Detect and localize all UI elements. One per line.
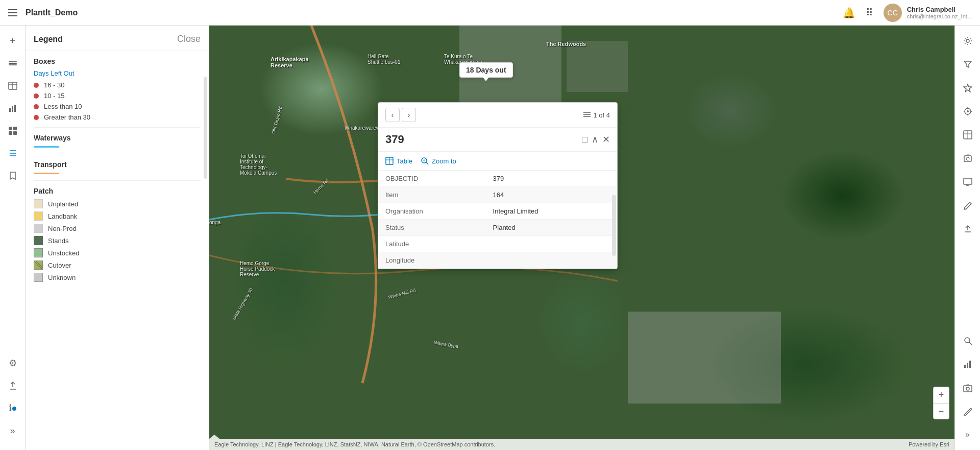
legend-waterways-line bbox=[34, 146, 59, 148]
menu-button[interactable] bbox=[8, 9, 17, 16]
avatar: CC bbox=[884, 4, 902, 22]
right-nav: » bbox=[954, 26, 980, 450]
topbar-left: PlantIt_Demo bbox=[8, 8, 78, 17]
right-nav-filter[interactable] bbox=[958, 54, 978, 75]
nav-bookmark-icon[interactable] bbox=[3, 165, 23, 186]
nav-expand-icon[interactable]: » bbox=[3, 420, 23, 441]
field-label-item: Item bbox=[378, 187, 486, 203]
legend-transport-line bbox=[34, 173, 59, 174]
field-label-organisation: Organisation bbox=[378, 203, 486, 220]
popup-data-area: OBJECTID 379 Item 164 Organisation Integ… bbox=[378, 171, 617, 269]
right-nav-table[interactable] bbox=[958, 125, 978, 145]
legend-item-unstocked: Unstocked bbox=[34, 248, 201, 257]
right-nav-star[interactable] bbox=[958, 78, 978, 98]
legend-swatch-landbank bbox=[34, 211, 43, 221]
legend-dot-16-30 bbox=[34, 83, 39, 88]
right-nav-edit[interactable] bbox=[958, 195, 978, 216]
field-value-item: 164 bbox=[486, 187, 617, 203]
legend-item-landbank: Landbank bbox=[34, 211, 201, 221]
field-value-longitude bbox=[486, 252, 617, 269]
grid-icon[interactable]: ⠿ bbox=[866, 7, 873, 19]
legend-swatch-cutover bbox=[34, 260, 43, 270]
legend-sub-days-left-out: Days Left Out bbox=[34, 69, 201, 77]
legend-dot-greater-than-30 bbox=[34, 115, 39, 120]
popup-next-button[interactable]: › bbox=[402, 108, 416, 122]
legend-swatch-unplanted bbox=[34, 199, 43, 208]
nav-add-icon[interactable]: + bbox=[3, 31, 23, 51]
nav-list-icon[interactable] bbox=[3, 143, 23, 163]
nav-settings-icon[interactable]: ⚙ bbox=[3, 353, 23, 373]
svg-rect-53 bbox=[967, 363, 968, 368]
svg-rect-25 bbox=[583, 116, 591, 117]
svg-line-30 bbox=[426, 162, 428, 164]
popup-close-button[interactable]: ✕ bbox=[602, 134, 610, 145]
right-nav-screen[interactable] bbox=[958, 172, 978, 192]
legend-item-less-than-10: Less than 10 bbox=[34, 103, 201, 110]
popup-count: 1 of 4 bbox=[583, 111, 610, 119]
right-nav-analytics[interactable] bbox=[958, 354, 978, 374]
svg-point-45 bbox=[966, 157, 969, 160]
legend-item-unknown: Unknown bbox=[34, 273, 201, 282]
attribution-triangle bbox=[209, 435, 219, 439]
right-nav-screenshot[interactable] bbox=[958, 148, 978, 169]
map-label-hemohorse: Hemo GorgeHorse PaddockReserve bbox=[240, 260, 275, 277]
svg-point-56 bbox=[966, 387, 969, 390]
nav-info-icon[interactable]: ℹ bbox=[3, 398, 23, 418]
right-nav-locate[interactable] bbox=[958, 101, 978, 122]
svg-rect-46 bbox=[964, 178, 972, 184]
svg-rect-54 bbox=[969, 361, 971, 368]
popup-collapse-button[interactable]: ∧ bbox=[592, 134, 598, 145]
right-nav-share[interactable] bbox=[958, 219, 978, 239]
popup-table-action[interactable]: Table bbox=[385, 157, 412, 165]
popup-prev-button[interactable]: ‹ bbox=[385, 108, 400, 122]
legend-item-unplanted: Unplanted bbox=[34, 199, 201, 208]
right-nav-collapse[interactable]: » bbox=[958, 424, 978, 445]
nav-layers-icon[interactable] bbox=[3, 53, 23, 74]
table-action-icon bbox=[385, 157, 394, 165]
right-nav-camera[interactable] bbox=[958, 377, 978, 398]
popup-expand-button[interactable]: □ bbox=[582, 134, 587, 145]
legend-swatch-stands bbox=[34, 236, 43, 245]
zoom-out-button[interactable]: − bbox=[933, 403, 949, 419]
svg-point-32 bbox=[966, 39, 969, 42]
bell-icon[interactable]: 🔔 bbox=[843, 7, 855, 19]
nav-upload-icon[interactable] bbox=[3, 375, 23, 396]
attribution-esri: Powered by Esri bbox=[909, 441, 949, 447]
field-label-latitude: Latitude bbox=[378, 236, 486, 252]
nav-dashboard-icon[interactable] bbox=[3, 121, 23, 141]
legend-section-transport: Transport bbox=[34, 160, 201, 169]
popup-table: OBJECTID 379 Item 164 Organisation Integ… bbox=[378, 171, 617, 269]
field-label-longitude: Longitude bbox=[378, 252, 486, 269]
table-row-item: Item 164 bbox=[378, 187, 617, 203]
legend-section-boxes: Boxes bbox=[34, 57, 201, 65]
map-tooltip: 18 Days out bbox=[459, 62, 513, 78]
legend-close-button[interactable]: Close bbox=[177, 34, 201, 44]
svg-rect-0 bbox=[9, 61, 17, 62]
svg-rect-24 bbox=[583, 114, 591, 115]
svg-line-17 bbox=[34, 261, 42, 269]
map-area[interactable]: ArikikapakapaReserve Hell GateShuttle bu… bbox=[209, 26, 954, 450]
legend-swatch-unknown bbox=[34, 273, 43, 282]
svg-rect-11 bbox=[9, 131, 12, 135]
nav-table-icon[interactable] bbox=[3, 76, 23, 96]
user-email: chris@integral.co.nz_Int... bbox=[907, 13, 972, 19]
nav-chart-icon[interactable] bbox=[3, 98, 23, 119]
legend-header: Legend Close bbox=[26, 26, 209, 51]
legend-swatch-unstocked bbox=[34, 248, 43, 257]
legend-dot-less-than-10 bbox=[34, 104, 39, 109]
zoom-action-icon bbox=[421, 157, 429, 165]
map-label-onga: onga bbox=[209, 220, 220, 225]
legend-item-greater-than-30: Greater than 30 bbox=[34, 113, 201, 121]
zoom-in-button[interactable]: + bbox=[933, 387, 949, 403]
legend-section-patch: Patch bbox=[34, 187, 201, 195]
right-nav-settings[interactable] bbox=[958, 31, 978, 51]
popup-scrollbar[interactable] bbox=[612, 195, 616, 256]
svg-rect-22 bbox=[628, 312, 781, 404]
right-nav-draw[interactable] bbox=[958, 401, 978, 421]
user-details: Chris Campbell chris@integral.co.nz_Int.… bbox=[907, 6, 972, 19]
popup-zoom-action[interactable]: Zoom to bbox=[421, 157, 456, 165]
right-nav-search[interactable] bbox=[958, 330, 978, 351]
zoom-controls: + − bbox=[933, 387, 949, 419]
svg-point-36 bbox=[967, 110, 969, 112]
svg-rect-10 bbox=[13, 127, 17, 130]
